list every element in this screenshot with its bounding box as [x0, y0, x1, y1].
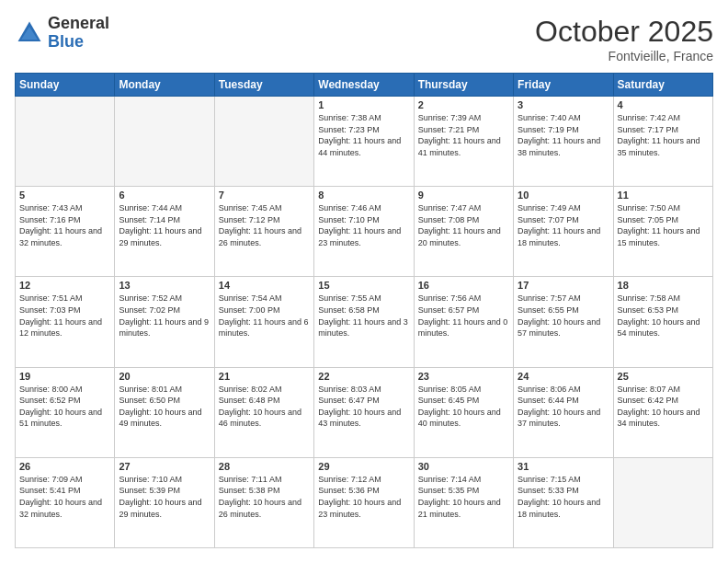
calendar-cell: [214, 97, 313, 187]
calendar-cell: 5Sunrise: 7:43 AM Sunset: 7:16 PM Daylig…: [16, 187, 115, 277]
calendar-cell: 28Sunrise: 7:11 AM Sunset: 5:38 PM Dayli…: [214, 457, 313, 547]
calendar-cell: 27Sunrise: 7:10 AM Sunset: 5:39 PM Dayli…: [115, 457, 214, 547]
cell-info: Sunrise: 7:38 AM Sunset: 7:23 PM Dayligh…: [318, 112, 409, 158]
cell-info: Sunrise: 7:10 AM Sunset: 5:39 PM Dayligh…: [119, 474, 210, 520]
day-number: 9: [418, 190, 509, 201]
day-number: 22: [318, 371, 409, 382]
cell-info: Sunrise: 8:03 AM Sunset: 6:47 PM Dayligh…: [318, 384, 409, 430]
calendar-cell: 4Sunrise: 7:42 AM Sunset: 7:17 PM Daylig…: [613, 97, 712, 187]
cell-info: Sunrise: 7:46 AM Sunset: 7:10 PM Dayligh…: [318, 202, 409, 248]
calendar-cell: 14Sunrise: 7:54 AM Sunset: 7:00 PM Dayli…: [214, 277, 313, 367]
calendar-cell: 29Sunrise: 7:12 AM Sunset: 5:36 PM Dayli…: [314, 457, 414, 547]
calendar-cell: 13Sunrise: 7:52 AM Sunset: 7:02 PM Dayli…: [115, 277, 214, 367]
day-number: 20: [119, 371, 210, 382]
day-number: 26: [19, 461, 110, 472]
day-number: 6: [119, 190, 210, 201]
cell-info: Sunrise: 7:39 AM Sunset: 7:21 PM Dayligh…: [418, 112, 509, 158]
calendar-cell: 2Sunrise: 7:39 AM Sunset: 7:21 PM Daylig…: [414, 97, 513, 187]
cell-info: Sunrise: 8:01 AM Sunset: 6:50 PM Dayligh…: [119, 384, 210, 430]
cell-info: Sunrise: 7:49 AM Sunset: 7:07 PM Dayligh…: [518, 202, 609, 248]
calendar-cell: 22Sunrise: 8:03 AM Sunset: 6:47 PM Dayli…: [314, 367, 414, 457]
calendar-cell: [16, 97, 115, 187]
day-number: 27: [119, 461, 210, 472]
cell-info: Sunrise: 7:51 AM Sunset: 7:03 PM Dayligh…: [19, 293, 110, 339]
day-number: 23: [418, 371, 509, 382]
calendar-cell: 10Sunrise: 7:49 AM Sunset: 7:07 PM Dayli…: [514, 187, 613, 277]
day-number: 2: [418, 99, 509, 110]
cell-info: Sunrise: 7:45 AM Sunset: 7:12 PM Dayligh…: [219, 202, 310, 248]
calendar-cell: 7Sunrise: 7:45 AM Sunset: 7:12 PM Daylig…: [214, 187, 313, 277]
day-number: 29: [318, 461, 409, 472]
cell-info: Sunrise: 7:14 AM Sunset: 5:35 PM Dayligh…: [418, 474, 509, 520]
logo-icon: [15, 18, 44, 48]
cell-info: Sunrise: 7:44 AM Sunset: 7:14 PM Dayligh…: [119, 202, 210, 248]
day-number: 18: [618, 280, 709, 291]
week-row-5: 26Sunrise: 7:09 AM Sunset: 5:41 PM Dayli…: [16, 457, 713, 547]
page: General Blue October 2025 Fontvieille, F…: [0, 0, 728, 563]
day-number: 4: [618, 99, 709, 110]
calendar-cell: 15Sunrise: 7:55 AM Sunset: 6:58 PM Dayli…: [314, 277, 414, 367]
logo-general-text: General: [48, 15, 109, 33]
cell-info: Sunrise: 8:05 AM Sunset: 6:45 PM Dayligh…: [418, 384, 509, 430]
cell-info: Sunrise: 7:40 AM Sunset: 7:19 PM Dayligh…: [518, 112, 609, 158]
day-number: 21: [219, 371, 310, 382]
calendar-cell: 8Sunrise: 7:46 AM Sunset: 7:10 PM Daylig…: [314, 187, 414, 277]
day-number: 3: [518, 99, 609, 110]
col-header-saturday: Saturday: [613, 74, 712, 97]
day-number: 5: [19, 190, 110, 201]
calendar-cell: 24Sunrise: 8:06 AM Sunset: 6:44 PM Dayli…: [514, 367, 613, 457]
day-number: 7: [219, 190, 310, 201]
calendar-cell: 21Sunrise: 8:02 AM Sunset: 6:48 PM Dayli…: [214, 367, 313, 457]
title-block: October 2025 Fontvieille, France: [535, 15, 713, 63]
calendar-cell: 3Sunrise: 7:40 AM Sunset: 7:19 PM Daylig…: [514, 97, 613, 187]
cell-info: Sunrise: 7:57 AM Sunset: 6:55 PM Dayligh…: [518, 293, 609, 339]
day-number: 13: [119, 280, 210, 291]
day-number: 11: [618, 190, 709, 201]
day-number: 16: [418, 280, 509, 291]
cell-info: Sunrise: 7:54 AM Sunset: 7:00 PM Dayligh…: [219, 293, 310, 339]
cell-info: Sunrise: 7:42 AM Sunset: 7:17 PM Dayligh…: [618, 112, 709, 158]
week-row-2: 5Sunrise: 7:43 AM Sunset: 7:16 PM Daylig…: [16, 187, 713, 277]
cell-info: Sunrise: 7:58 AM Sunset: 6:53 PM Dayligh…: [618, 293, 709, 339]
location-title: Fontvieille, France: [535, 49, 713, 63]
cell-info: Sunrise: 7:09 AM Sunset: 5:41 PM Dayligh…: [19, 474, 110, 520]
col-header-thursday: Thursday: [414, 74, 513, 97]
col-header-friday: Friday: [514, 74, 613, 97]
calendar-cell: 6Sunrise: 7:44 AM Sunset: 7:14 PM Daylig…: [115, 187, 214, 277]
calendar-header-row: SundayMondayTuesdayWednesdayThursdayFrid…: [16, 74, 713, 97]
day-number: 10: [518, 190, 609, 201]
calendar-cell: 18Sunrise: 7:58 AM Sunset: 6:53 PM Dayli…: [613, 277, 712, 367]
calendar-cell: 30Sunrise: 7:14 AM Sunset: 5:35 PM Dayli…: [414, 457, 513, 547]
day-number: 28: [219, 461, 310, 472]
header: General Blue October 2025 Fontvieille, F…: [15, 15, 713, 63]
logo: General Blue: [15, 15, 109, 52]
cell-info: Sunrise: 7:52 AM Sunset: 7:02 PM Dayligh…: [119, 293, 210, 339]
calendar-cell: [115, 97, 214, 187]
cell-info: Sunrise: 7:12 AM Sunset: 5:36 PM Dayligh…: [318, 474, 409, 520]
week-row-1: 1Sunrise: 7:38 AM Sunset: 7:23 PM Daylig…: [16, 97, 713, 187]
cell-info: Sunrise: 8:00 AM Sunset: 6:52 PM Dayligh…: [19, 384, 110, 430]
calendar-cell: 31Sunrise: 7:15 AM Sunset: 5:33 PM Dayli…: [514, 457, 613, 547]
day-number: 12: [19, 280, 110, 291]
calendar-cell: [613, 457, 712, 547]
calendar-cell: 19Sunrise: 8:00 AM Sunset: 6:52 PM Dayli…: [16, 367, 115, 457]
calendar-cell: 20Sunrise: 8:01 AM Sunset: 6:50 PM Dayli…: [115, 367, 214, 457]
calendar-cell: 1Sunrise: 7:38 AM Sunset: 7:23 PM Daylig…: [314, 97, 414, 187]
cell-info: Sunrise: 7:43 AM Sunset: 7:16 PM Dayligh…: [19, 202, 110, 248]
calendar-cell: 16Sunrise: 7:56 AM Sunset: 6:57 PM Dayli…: [414, 277, 513, 367]
day-number: 15: [318, 280, 409, 291]
week-row-4: 19Sunrise: 8:00 AM Sunset: 6:52 PM Dayli…: [16, 367, 713, 457]
calendar-cell: 17Sunrise: 7:57 AM Sunset: 6:55 PM Dayli…: [514, 277, 613, 367]
calendar-table: SundayMondayTuesdayWednesdayThursdayFrid…: [15, 73, 713, 548]
col-header-wednesday: Wednesday: [314, 74, 414, 97]
day-number: 14: [219, 280, 310, 291]
day-number: 1: [318, 99, 409, 110]
logo-text: General Blue: [48, 15, 109, 52]
logo-blue-text: Blue: [48, 33, 109, 52]
calendar-cell: 23Sunrise: 8:05 AM Sunset: 6:45 PM Dayli…: [414, 367, 513, 457]
col-header-monday: Monday: [115, 74, 214, 97]
day-number: 24: [518, 371, 609, 382]
week-row-3: 12Sunrise: 7:51 AM Sunset: 7:03 PM Dayli…: [16, 277, 713, 367]
col-header-tuesday: Tuesday: [214, 74, 313, 97]
cell-info: Sunrise: 7:56 AM Sunset: 6:57 PM Dayligh…: [418, 293, 509, 339]
